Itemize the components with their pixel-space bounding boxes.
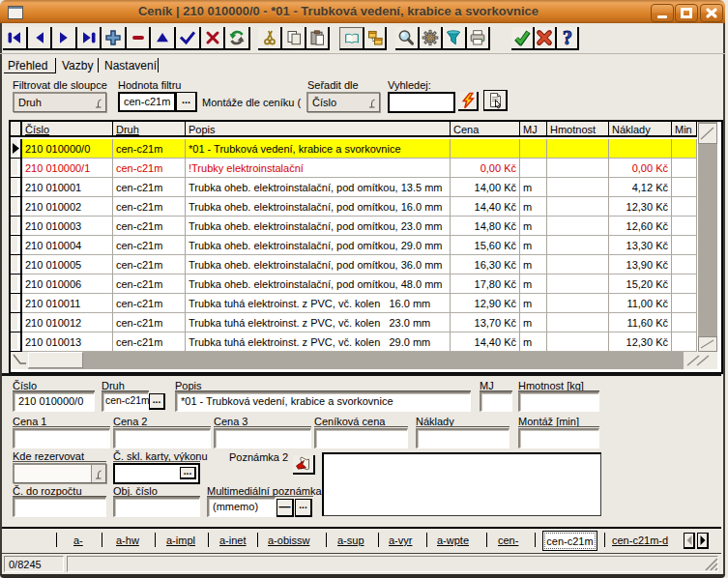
svg-text:?: ? bbox=[563, 30, 572, 46]
